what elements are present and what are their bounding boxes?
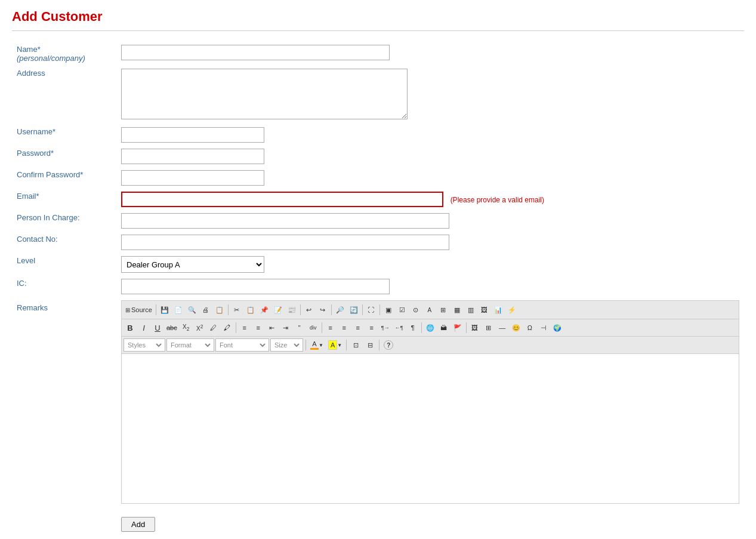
div-button[interactable]: div bbox=[307, 321, 320, 334]
username-input[interactable] bbox=[121, 127, 264, 143]
paste-text-button[interactable]: 📝 bbox=[271, 303, 285, 316]
table-button[interactable]: ⊞ bbox=[437, 303, 450, 316]
select-all-icon: ▣ bbox=[385, 306, 391, 314]
columns-button[interactable]: ▥ bbox=[464, 303, 477, 316]
password-input[interactable] bbox=[121, 149, 264, 164]
editor-body[interactable] bbox=[122, 354, 739, 503]
insert-table2-button[interactable]: ⊞ bbox=[482, 321, 495, 334]
horizontal-rule-button[interactable]: — bbox=[496, 321, 509, 334]
level-row: Level Dealer Group A Dealer Group B Rese… bbox=[12, 253, 744, 276]
special-char-button[interactable]: Ω bbox=[523, 321, 536, 334]
align-left-button[interactable]: ≡ bbox=[324, 321, 337, 334]
spell-check-button[interactable]: ⊙ bbox=[409, 303, 422, 316]
person-in-charge-label-cell: Person In Charge: bbox=[12, 210, 116, 232]
page-break-button[interactable]: ⊣ bbox=[537, 321, 550, 334]
copy-format-button[interactable]: ⊡ bbox=[349, 338, 362, 352]
underline-button[interactable]: U bbox=[151, 321, 164, 334]
unordered-list-button[interactable]: ≡ bbox=[252, 321, 265, 334]
remove-format-button[interactable]: 🖊 bbox=[207, 321, 220, 334]
text-color-button[interactable]: A bbox=[423, 303, 436, 316]
chart-button[interactable]: 📊 bbox=[492, 303, 505, 316]
ordered-list-button[interactable]: ≡ bbox=[238, 321, 251, 334]
styles-select[interactable]: Styles bbox=[125, 341, 163, 349]
strikethrough-icon: abc bbox=[166, 324, 177, 331]
help-button[interactable]: ? bbox=[382, 338, 395, 352]
email-input[interactable] bbox=[121, 192, 443, 207]
font-select[interactable]: Font bbox=[217, 341, 267, 349]
iframe-button[interactable]: 🌍 bbox=[551, 321, 564, 334]
anchor-button[interactable]: 🚩 bbox=[451, 321, 464, 334]
strikethrough-button[interactable]: abc bbox=[165, 321, 179, 334]
format-select[interactable]: Format bbox=[168, 341, 212, 349]
preview-button[interactable]: 🔍 bbox=[186, 303, 199, 316]
ic-input[interactable] bbox=[121, 279, 390, 294]
bg-color-icon: A bbox=[328, 340, 337, 350]
align-right-icon: ≡ bbox=[356, 324, 360, 331]
paste-word-button[interactable]: 📰 bbox=[285, 303, 298, 316]
maximize-icon: ⛶ bbox=[368, 306, 374, 313]
replace-button[interactable]: 🔄 bbox=[347, 303, 360, 316]
rtl-button[interactable]: ←¶ bbox=[393, 321, 406, 334]
horizontal-rule-icon: — bbox=[499, 324, 505, 331]
link-icon: 🌐 bbox=[426, 324, 434, 332]
font-color-button[interactable]: A ▼ bbox=[308, 338, 325, 352]
cut-button[interactable]: ✂ bbox=[230, 303, 243, 316]
styles-select-container[interactable]: Styles bbox=[124, 338, 165, 352]
italic-button[interactable]: I bbox=[137, 321, 150, 334]
smiley-button[interactable]: 😊 bbox=[510, 321, 523, 334]
redo-button[interactable]: ↪ bbox=[316, 303, 329, 316]
superscript-button[interactable]: X2 bbox=[193, 321, 206, 334]
indent-button[interactable]: ⇥ bbox=[279, 321, 292, 334]
name-label: Name* bbox=[17, 45, 41, 54]
insert-table-button[interactable]: ▦ bbox=[450, 303, 464, 316]
font-select-container[interactable]: Font bbox=[215, 338, 269, 352]
copy-button[interactable]: 📋 bbox=[244, 303, 257, 316]
checkbox-icon: ☑ bbox=[399, 306, 405, 314]
blockquote-button[interactable]: " bbox=[293, 321, 306, 334]
bg-color-button[interactable]: A ▼ bbox=[326, 338, 344, 352]
insert-table2-icon: ⊞ bbox=[486, 324, 491, 332]
print-icon: 🖨 bbox=[202, 306, 209, 313]
template-button[interactable]: 📋 bbox=[213, 303, 226, 316]
print-button[interactable]: 🖨 bbox=[199, 303, 212, 316]
copy-format-icon: ⊡ bbox=[353, 341, 359, 349]
ltr-button[interactable]: ¶→ bbox=[379, 321, 392, 334]
new-page-button[interactable]: 📄 bbox=[172, 303, 185, 316]
text-highlight-button[interactable]: 🖍 bbox=[221, 321, 234, 334]
format-select-container[interactable]: Format bbox=[166, 338, 214, 352]
unlink-button[interactable]: 🏔 bbox=[437, 321, 450, 334]
image-button[interactable]: 🖼 bbox=[478, 303, 491, 316]
paste-button[interactable]: 📌 bbox=[258, 303, 271, 316]
person-in-charge-row: Person In Charge: bbox=[12, 210, 744, 232]
align-justify-button[interactable]: ≡ bbox=[365, 321, 378, 334]
insert-image-button[interactable]: 🖼 bbox=[468, 321, 482, 334]
checkbox-button[interactable]: ☑ bbox=[396, 303, 409, 316]
add-button[interactable]: Add bbox=[121, 517, 155, 532]
flash-button[interactable]: ⚡ bbox=[505, 303, 519, 316]
undo-button[interactable]: ↩ bbox=[303, 303, 316, 316]
confirm-password-input[interactable] bbox=[121, 170, 264, 186]
find-button[interactable]: 🔎 bbox=[334, 303, 347, 316]
bold-button[interactable]: B bbox=[124, 321, 137, 334]
size-select[interactable]: Size bbox=[272, 341, 301, 349]
maximize-button[interactable]: ⛶ bbox=[365, 303, 378, 316]
link-button[interactable]: 🌐 bbox=[424, 321, 437, 334]
subscript-button[interactable]: X2 bbox=[180, 321, 193, 334]
paste-format-button[interactable]: ⊟ bbox=[363, 338, 377, 352]
select-all-button[interactable]: ▣ bbox=[382, 303, 395, 316]
separator-3 bbox=[300, 304, 301, 315]
level-select[interactable]: Dealer Group A Dealer Group B Reseller E… bbox=[121, 256, 264, 273]
align-right-button[interactable]: ≡ bbox=[351, 321, 365, 334]
align-center-button[interactable]: ≡ bbox=[338, 321, 351, 334]
superscript-icon: X2 bbox=[196, 324, 203, 332]
show-blocks-button[interactable]: ¶ bbox=[406, 321, 419, 334]
outdent-button[interactable]: ⇤ bbox=[266, 321, 279, 334]
address-textarea[interactable] bbox=[121, 69, 408, 119]
source-button[interactable]: ⊞ Source bbox=[124, 303, 154, 316]
save-button[interactable]: 💾 bbox=[158, 303, 171, 316]
person-in-charge-input[interactable] bbox=[121, 213, 449, 229]
separator-4 bbox=[331, 304, 332, 315]
size-select-container[interactable]: Size bbox=[270, 338, 303, 352]
contact-no-input[interactable] bbox=[121, 235, 449, 250]
name-input[interactable] bbox=[121, 45, 390, 60]
